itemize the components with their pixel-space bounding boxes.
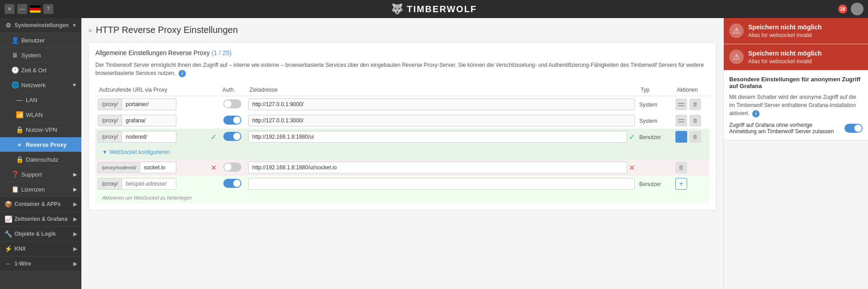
sidebar-item-nutzer-vpn[interactable]: 🔒 Nutzer-VPN (0, 122, 81, 137)
delete-button-3[interactable]: 🗑 (689, 131, 701, 143)
proxy-prefix-group-1: /proxy/ (98, 98, 206, 110)
warning-icon-2: ⚠ (729, 50, 744, 64)
info-icon[interactable]: i (179, 70, 186, 77)
notification-badge[interactable]: 28 (838, 5, 847, 14)
knx-expand-icon: ▶ (73, 246, 77, 252)
toggle-slider-1 (223, 99, 241, 108)
proxy-table: Aufzurufende URL via Proxy Auth. Zieladr… (95, 84, 709, 203)
flag-de-icon[interactable] (30, 5, 41, 13)
app-logo: 🐺 TIMBERWOLF (391, 3, 477, 15)
sidebar-item-wlan[interactable]: 📶 WLAN (0, 107, 81, 122)
vpn-icon: 🔒 (16, 126, 23, 133)
close-icon[interactable]: ✕ (5, 4, 14, 14)
col-target-header: Zieladresse (246, 84, 637, 96)
user-icon: 👤 (11, 37, 19, 44)
target-cell-4: ✕ (248, 162, 635, 173)
license-icon: 📋 (11, 186, 19, 193)
sidebar-item-lizenzen[interactable]: 📋 Lizenzen ▶ (0, 182, 81, 197)
minimize-icon[interactable]: — (17, 4, 27, 14)
proxy-path-input-3[interactable] (122, 131, 176, 143)
grafana-toggle-slider (844, 124, 863, 133)
toggle-slider-4 (223, 163, 241, 172)
table-row: /proxy/nodered/ ✕ (95, 159, 709, 176)
path-check-red-4: ✕ (211, 164, 217, 172)
proxy-prefix-2: /proxy/ (98, 115, 122, 126)
target-input-5[interactable] (248, 178, 635, 190)
notif-subtitle-1: Alias for websocket invalid (748, 32, 863, 38)
hint-text: Aktivieren um WebSocket zu hinterlegen (102, 194, 192, 202)
sidebar-item-lan[interactable]: — LAN (0, 93, 81, 107)
notification-item-2: ⚠ Speichern nicht möglich Alias for webs… (724, 44, 868, 70)
add-button[interactable]: + (675, 178, 687, 190)
sidebar-item-system[interactable]: 🖥 System (0, 48, 81, 63)
grafana-panel-desc: Mit diesem Schalter wird der anonyme Zug… (729, 93, 863, 117)
auth-toggle-4[interactable] (223, 163, 241, 172)
system-icon: 🖥 (11, 51, 19, 59)
sidebar-item-systemeinstellungen[interactable]: ⚙ Systemeinstellungen ▼ (0, 18, 81, 33)
bars-button-3[interactable] (675, 131, 687, 143)
proxy-path-input-4[interactable] (140, 162, 176, 173)
bars-button-2[interactable] (675, 115, 687, 126)
table-row: /proxy/ (95, 112, 709, 129)
sidebar-item-zeitserien[interactable]: 📈 Zeitserien & Grafana ▶ (0, 212, 81, 227)
proxy-prefix-1: /proxy/ (98, 98, 122, 110)
grafana-panel-title: Besondere Einstellungen für anonymen Zug… (729, 76, 863, 89)
sidebar-item-container-apps[interactable]: 📦 Container & APPs ▶ (0, 197, 81, 212)
knx-icon: ⚡ (5, 245, 12, 252)
notif-title-1: Speichern nicht möglich (748, 23, 863, 31)
col-auth-header: Auth. (219, 84, 246, 96)
sidebar-item-reverse-proxy[interactable]: » Reverse Proxy (0, 137, 81, 152)
grafana-settings-panel: Besondere Einstellungen für anonymen Zug… (724, 70, 868, 140)
action-btns-2: 🗑 (675, 115, 707, 126)
proxy-path-input-2[interactable] (122, 115, 176, 126)
proxy-prefix-group-5: /proxy/ (98, 178, 206, 190)
grafana-access-toggle[interactable] (844, 124, 863, 133)
netzwerk-expand-icon: ▼ (72, 82, 77, 88)
target-cell-2 (248, 115, 635, 126)
grafana-toggle-label: Zugriff auf Grafana ohne vorherige Anmel… (729, 122, 840, 135)
sidebar-item-benutzer[interactable]: 👤 Benutzer (0, 33, 81, 48)
sidebar-item-zeit-ort[interactable]: 🕐 Zeit & Ort (0, 63, 81, 78)
websocket-config-link[interactable]: ▼ WebSocket konfigurieren (102, 147, 707, 157)
wire-icon: ↔ (5, 260, 12, 267)
target-input-1[interactable] (248, 98, 635, 110)
hint-row: Aktivieren um WebSocket zu hinterlegen (95, 192, 709, 203)
sidebar-item-knx[interactable]: ⚡ KNX ▶ (0, 242, 81, 256)
delete-button-1[interactable]: 🗑 (689, 98, 701, 110)
auth-toggle-5[interactable] (223, 179, 241, 188)
notif-content-2: Speichern nicht möglich Alias for websoc… (748, 50, 863, 65)
support-expand-icon: ▶ (73, 172, 77, 177)
proxy-path-input-5[interactable] (122, 178, 176, 190)
clock-icon: 🕐 (11, 66, 19, 74)
target-check-green-3: ✓ (629, 133, 635, 141)
target-input-4[interactable] (248, 162, 627, 173)
app-title: TIMBERWOLF (407, 4, 477, 14)
chart-icon: 📈 (5, 215, 12, 223)
toggle-slider-3 (223, 132, 241, 141)
grafana-toggle-row: Zugriff auf Grafana ohne vorherige Anmel… (729, 122, 863, 135)
delete-button-2[interactable]: 🗑 (689, 115, 701, 126)
auth-toggle-2[interactable] (223, 116, 241, 125)
grafana-info-icon[interactable]: i (752, 110, 760, 117)
bars-button-1[interactable] (675, 98, 687, 110)
page-title: » HTTP Reverse Proxy Einstellungen (88, 25, 717, 35)
sidebar-item-1wire[interactable]: ↔ 1-Wire ▶ (0, 256, 81, 271)
notif-subtitle-2: Alias for websocket invalid (748, 58, 863, 65)
sidebar-item-netzwerk[interactable]: 🌐 Netzwerk ▼ (0, 78, 81, 93)
type-label-5: Benutzer (639, 181, 661, 187)
col-type-header: Typ (637, 84, 673, 96)
sidebar-item-datenschutz[interactable]: 🔒 Datenschutz (0, 152, 81, 167)
proxy-path-input-1[interactable] (122, 98, 176, 110)
sidebar-item-objekte-logik[interactable]: 🔧 Objekte & Logik ▶ (0, 227, 81, 242)
content-area: » HTTP Reverse Proxy Einstellungen Allge… (81, 18, 723, 289)
auth-toggle-3[interactable] (223, 132, 241, 141)
auth-toggle-1[interactable] (223, 99, 241, 108)
section-pagination-link[interactable]: (1 / 25) (212, 49, 231, 56)
delete-button-4[interactable]: 🗑 (675, 162, 687, 173)
help-icon[interactable]: ? (43, 4, 53, 14)
target-input-3[interactable] (248, 131, 627, 143)
user-avatar[interactable] (851, 3, 863, 15)
target-check-red-4: ✕ (629, 163, 635, 172)
target-input-2[interactable] (248, 115, 635, 126)
sidebar-item-support[interactable]: ❓ Support ▶ (0, 167, 81, 182)
